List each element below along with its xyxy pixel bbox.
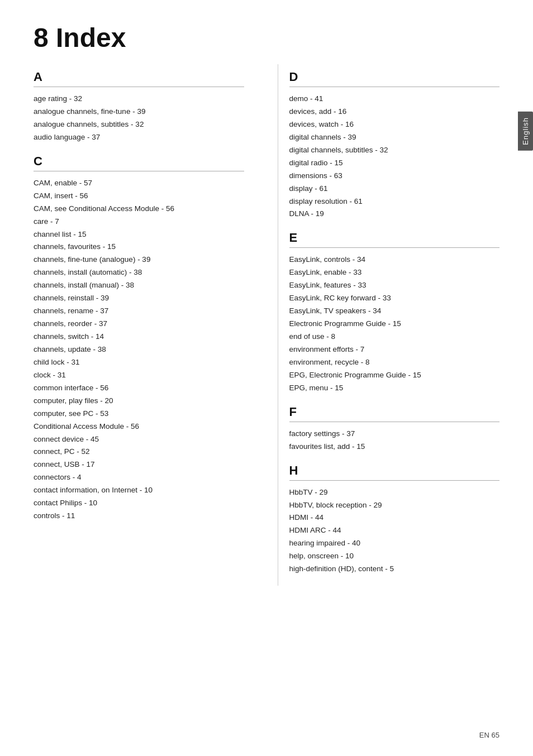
list-item: analogue channels, subtitles - 32 xyxy=(34,118,244,131)
list-item: EasyLink, enable - 33 xyxy=(289,266,500,279)
list-item: connect device - 45 xyxy=(34,433,244,446)
section-header-E: E xyxy=(289,231,500,248)
list-item: channels, install (automatic) - 38 xyxy=(34,266,244,279)
list-item: factory settings - 37 xyxy=(289,428,500,441)
list-item: age rating - 32 xyxy=(34,93,244,106)
list-item: demo - 41 xyxy=(289,93,500,106)
list-item: HbbTV - 29 xyxy=(289,486,500,499)
list-item: favourites list, add - 15 xyxy=(289,441,500,453)
list-item: common interface - 56 xyxy=(34,382,244,395)
list-item: analogue channels, fine-tune - 39 xyxy=(34,106,244,118)
list-item: CAM, insert - 56 xyxy=(34,190,244,203)
list-item: CAM, enable - 57 xyxy=(34,177,244,190)
list-item: Conditional Access Module - 56 xyxy=(34,420,244,433)
section-header-C: C xyxy=(34,154,244,171)
list-item: channels, switch - 14 xyxy=(34,331,244,343)
section-header-H: H xyxy=(289,463,500,481)
section-header-D: D xyxy=(289,70,500,87)
list-item: EasyLink, features - 33 xyxy=(289,279,500,292)
list-item: channels, reorder - 37 xyxy=(34,318,244,331)
page-title: 8 Index xyxy=(34,22,499,53)
index-list-C: CAM, enable - 57CAM, insert - 56CAM, see… xyxy=(34,177,244,523)
list-item: connect, PC - 52 xyxy=(34,446,244,458)
list-item: controls - 11 xyxy=(34,510,244,523)
list-item: EPG, menu - 15 xyxy=(289,382,500,395)
list-item: Electronic Programme Guide - 15 xyxy=(289,318,500,331)
two-column-layout: Aage rating - 32analogue channels, fine-… xyxy=(34,64,499,586)
list-item: channels, favourites - 15 xyxy=(34,241,244,253)
page-container: 8 Index Aage rating - 32analogue channel… xyxy=(0,0,533,756)
right-column: Ddemo - 41devices, add - 16devices, watc… xyxy=(278,64,500,586)
page-footer: EN 65 xyxy=(479,731,499,739)
list-item: end of use - 8 xyxy=(289,331,500,343)
list-item: devices, watch - 16 xyxy=(289,118,500,131)
left-column: Aage rating - 32analogue channels, fine-… xyxy=(34,64,255,586)
list-item: display - 61 xyxy=(289,183,500,195)
list-item: connectors - 4 xyxy=(34,471,244,484)
list-item: HDMI ARC - 44 xyxy=(289,524,500,537)
list-item: computer, play files - 20 xyxy=(34,395,244,408)
list-item: EPG, Electronic Programme Guide - 15 xyxy=(289,369,500,382)
list-item: channels, update - 38 xyxy=(34,343,244,356)
list-item: DLNA - 19 xyxy=(289,208,500,221)
list-item: digital channels, subtitles - 32 xyxy=(289,144,500,157)
list-item: connect, USB - 17 xyxy=(34,458,244,471)
list-item: HbbTV, block reception - 29 xyxy=(289,499,500,512)
list-item: display resolution - 61 xyxy=(289,195,500,208)
list-item: care - 7 xyxy=(34,216,244,228)
list-item: environment efforts - 7 xyxy=(289,343,500,356)
list-item: contact information, on Internet - 10 xyxy=(34,484,244,497)
list-item: digital radio - 15 xyxy=(289,157,500,170)
index-list-F: factory settings - 37favourites list, ad… xyxy=(289,428,500,453)
list-item: digital channels - 39 xyxy=(289,131,500,144)
index-list-A: age rating - 32analogue channels, fine-t… xyxy=(34,93,244,144)
list-item: dimensions - 63 xyxy=(289,170,500,183)
list-item: help, onscreen - 10 xyxy=(289,550,500,563)
list-item: child lock - 31 xyxy=(34,356,244,369)
list-item: channels, reinstall - 39 xyxy=(34,292,244,305)
list-item: EasyLink, controls - 34 xyxy=(289,253,500,266)
list-item: channels, fine-tune (analogue) - 39 xyxy=(34,253,244,266)
index-list-E: EasyLink, controls - 34EasyLink, enable … xyxy=(289,253,500,394)
section-header-A: A xyxy=(34,70,244,87)
language-tab: English xyxy=(518,112,533,151)
section-header-F: F xyxy=(289,405,500,422)
list-item: clock - 31 xyxy=(34,369,244,382)
index-list-D: demo - 41devices, add - 16devices, watch… xyxy=(289,93,500,221)
list-item: high-definition (HD), content - 5 xyxy=(289,563,500,576)
list-item: devices, add - 16 xyxy=(289,106,500,118)
list-item: EasyLink, RC key forward - 33 xyxy=(289,292,500,305)
list-item: audio language - 37 xyxy=(34,131,244,144)
list-item: EasyLink, TV speakers - 34 xyxy=(289,305,500,318)
list-item: channels, rename - 37 xyxy=(34,305,244,318)
list-item: hearing impaired - 40 xyxy=(289,537,500,550)
list-item: environment, recycle - 8 xyxy=(289,356,500,369)
list-item: CAM, see Conditional Access Module - 56 xyxy=(34,203,244,216)
index-list-H: HbbTV - 29HbbTV, block reception - 29HDM… xyxy=(289,486,500,576)
list-item: channel list - 15 xyxy=(34,228,244,241)
list-item: computer, see PC - 53 xyxy=(34,408,244,420)
list-item: contact Philips - 10 xyxy=(34,497,244,510)
list-item: channels, install (manual) - 38 xyxy=(34,279,244,292)
list-item: HDMI - 44 xyxy=(289,511,500,524)
